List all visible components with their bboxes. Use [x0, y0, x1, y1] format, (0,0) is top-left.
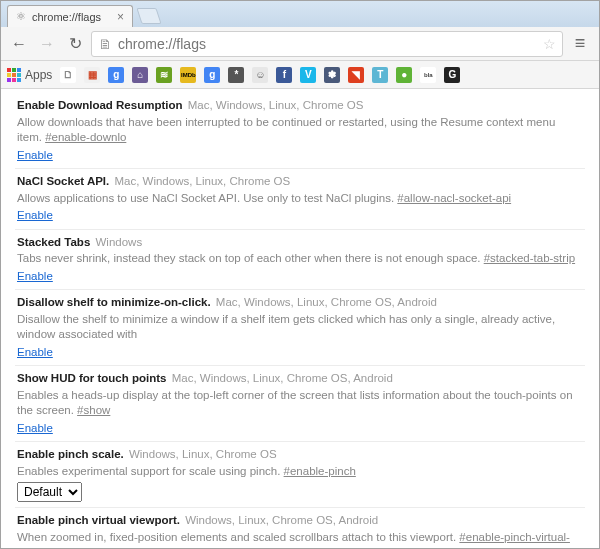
bookmark-item-15[interactable]: bla: [420, 67, 436, 83]
flag-anchor-link[interactable]: #enable-downlo: [45, 131, 126, 143]
flag-item: Enable pinch virtual viewport. Windows, …: [15, 507, 585, 549]
apps-label: Apps: [25, 68, 52, 82]
bookmark-item-10[interactable]: V: [300, 67, 316, 83]
apps-button[interactable]: Apps: [7, 68, 52, 82]
flag-anchor-link[interactable]: #stacked-tab-strip: [484, 252, 575, 264]
flag-enable-link[interactable]: Enable: [17, 208, 53, 224]
tab-close-icon[interactable]: ×: [117, 10, 124, 24]
flags-content: Enable Download Resumption Mac, Windows,…: [1, 89, 599, 549]
omnibox[interactable]: 🗎 chrome://flags ☆: [91, 31, 563, 57]
flag-item: Enable Download Resumption Mac, Windows,…: [15, 93, 585, 168]
flag-title: Show HUD for touch points: [17, 372, 166, 384]
flag-title: Stacked Tabs: [17, 236, 90, 248]
tab-favicon-icon: ⚛: [16, 10, 26, 23]
flag-title: NaCl Socket API.: [17, 175, 109, 187]
flag-title: Enable pinch virtual viewport.: [17, 514, 180, 526]
flag-platforms: Windows: [92, 236, 142, 248]
flag-item: Stacked Tabs WindowsTabs never shrink, i…: [15, 229, 585, 290]
flag-enable-link[interactable]: Enable: [17, 269, 53, 285]
omnibox-url: chrome://flags: [118, 36, 206, 52]
flag-anchor-link[interactable]: #show: [77, 404, 110, 416]
flag-anchor-link[interactable]: #allow-nacl-socket-api: [397, 192, 511, 204]
back-button[interactable]: ←: [7, 32, 31, 56]
flag-title: Enable pinch scale.: [17, 448, 124, 460]
bookmark-icons: 🗋▦g⌂≋IMDbg*☺fV❃◥T●blaG: [60, 67, 460, 83]
flag-enable-link[interactable]: Enable: [17, 148, 53, 164]
reload-button[interactable]: ↻: [63, 32, 87, 56]
flag-title: Disallow shelf to minimize-on-click.: [17, 296, 211, 308]
flag-select[interactable]: Default: [17, 482, 82, 502]
flag-anchor-link[interactable]: #enable-pinch: [284, 465, 356, 477]
flags-list: Enable Download Resumption Mac, Windows,…: [15, 93, 585, 549]
flag-platforms: Mac, Windows, Linux, Chrome OS, Android: [213, 296, 437, 308]
bookmark-item-16[interactable]: G: [444, 67, 460, 83]
bookmark-item-11[interactable]: ❃: [324, 67, 340, 83]
bookmark-item-5[interactable]: IMDb: [180, 67, 196, 83]
flag-platforms: Windows, Linux, Chrome OS, Android: [182, 514, 378, 526]
bookmarks-bar: Apps 🗋▦g⌂≋IMDbg*☺fV❃◥T●blaG: [1, 61, 599, 89]
bookmark-item-9[interactable]: f: [276, 67, 292, 83]
bookmark-item-1[interactable]: ▦: [84, 67, 100, 83]
bookmark-item-12[interactable]: ◥: [348, 67, 364, 83]
toolbar: ← → ↻ 🗎 chrome://flags ☆ ≡: [1, 27, 599, 61]
flag-description: Tabs never shrink, instead they stack on…: [17, 251, 583, 267]
bookmark-item-14[interactable]: ●: [396, 67, 412, 83]
page-icon: 🗎: [98, 36, 112, 52]
bookmark-item-6[interactable]: g: [204, 67, 220, 83]
new-tab-button[interactable]: [137, 8, 162, 24]
bookmark-item-7[interactable]: *: [228, 67, 244, 83]
tab-active[interactable]: ⚛ chrome://flags ×: [7, 5, 133, 27]
chrome-menu-button[interactable]: ≡: [567, 31, 593, 57]
flag-platforms: Mac, Windows, Linux, Chrome OS: [184, 99, 363, 111]
flag-item: Enable pinch scale. Windows, Linux, Chro…: [15, 441, 585, 507]
flag-description: Allow downloads that have been interrupt…: [17, 115, 583, 146]
bookmark-item-3[interactable]: ⌂: [132, 67, 148, 83]
flag-title: Enable Download Resumption: [17, 99, 182, 111]
flag-platforms: Mac, Windows, Linux, Chrome OS: [111, 175, 290, 187]
tab-strip: ⚛ chrome://flags ×: [1, 1, 599, 27]
apps-grid-icon: [7, 68, 21, 82]
flag-description: When zoomed in, fixed-position elements …: [17, 530, 583, 549]
flag-enable-link[interactable]: Enable: [17, 421, 53, 437]
flag-description: Enables experimental support for scale u…: [17, 464, 583, 480]
flag-platforms: Mac, Windows, Linux, Chrome OS, Android: [168, 372, 392, 384]
bookmark-item-13[interactable]: T: [372, 67, 388, 83]
flag-item: Show HUD for touch points Mac, Windows, …: [15, 365, 585, 441]
flag-item: Disallow shelf to minimize-on-click. Mac…: [15, 289, 585, 365]
flag-description: Allows applications to use NaCl Socket A…: [17, 191, 583, 207]
bookmark-item-2[interactable]: g: [108, 67, 124, 83]
flag-enable-link[interactable]: Enable: [17, 345, 53, 361]
flag-description: Enables a heads-up display at the top-le…: [17, 388, 583, 419]
flag-item: NaCl Socket API. Mac, Windows, Linux, Ch…: [15, 168, 585, 229]
flag-description: Disallow the shelf to minimize a window …: [17, 312, 583, 343]
bookmark-item-0[interactable]: 🗋: [60, 67, 76, 83]
flag-platforms: Windows, Linux, Chrome OS: [126, 448, 277, 460]
browser-window: ⚛ chrome://flags × ← → ↻ 🗎 chrome://flag…: [0, 0, 600, 549]
forward-button[interactable]: →: [35, 32, 59, 56]
bookmark-star-icon[interactable]: ☆: [543, 36, 556, 52]
bookmark-item-8[interactable]: ☺: [252, 67, 268, 83]
bookmark-item-4[interactable]: ≋: [156, 67, 172, 83]
tab-title: chrome://flags: [32, 11, 101, 23]
